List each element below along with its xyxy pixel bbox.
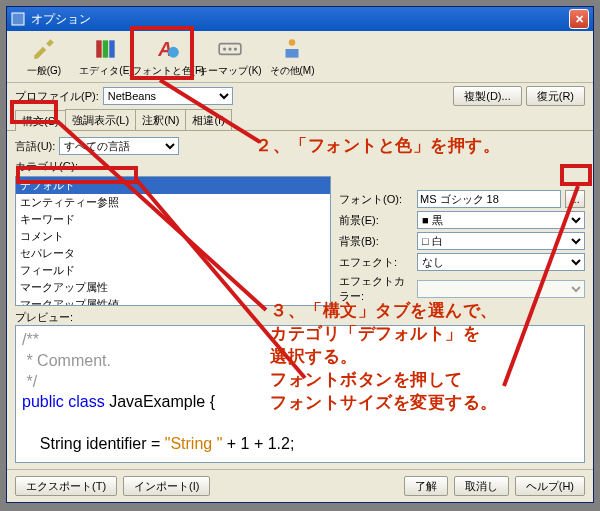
- duplicate-button[interactable]: 複製(D)...: [453, 86, 521, 106]
- toolbar-editor-label: エディタ(E): [79, 64, 132, 78]
- titlebar: オプション ✕: [7, 7, 593, 31]
- category-item-default[interactable]: デフォルト: [16, 177, 330, 194]
- effectcolor-select[interactable]: [417, 280, 585, 298]
- toolbar-editor[interactable]: エディタ(E): [75, 33, 137, 81]
- category-item[interactable]: セパレータ: [16, 245, 330, 262]
- svg-rect-3: [109, 40, 114, 57]
- effect-label: エフェクト:: [339, 255, 413, 270]
- keyboard-icon: [217, 36, 243, 62]
- toolbar-other-label: その他(M): [270, 64, 315, 78]
- toolbar-general-label: 一般(G): [27, 64, 61, 78]
- svg-point-5: [168, 46, 179, 57]
- toolbar-fontcolor[interactable]: A フォントと色(F): [137, 33, 199, 81]
- window-title: オプション: [31, 11, 91, 28]
- toolbar-fontcolor-label: フォントと色(F): [132, 64, 205, 78]
- toolbar-general[interactable]: 一般(G): [13, 33, 75, 81]
- category-item[interactable]: キーワード: [16, 211, 330, 228]
- profile-row: プロファイル(P): NetBeans 複製(D)... 復元(R): [7, 83, 593, 109]
- toolbar-other[interactable]: その他(M): [261, 33, 323, 81]
- category-item[interactable]: エンティティー参照: [16, 194, 330, 211]
- books-icon: [93, 36, 119, 62]
- profile-label: プロファイル(P):: [15, 89, 99, 104]
- effectcolor-label: エフェクトカラー:: [339, 274, 413, 304]
- foreground-select[interactable]: ■ 黒: [417, 211, 585, 229]
- category-list[interactable]: デフォルト エンティティー参照 キーワード コメント セパレータ フィールド マ…: [15, 176, 331, 306]
- tab-highlight[interactable]: 強調表示(L): [65, 109, 136, 130]
- language-select[interactable]: すべての言語: [59, 137, 179, 155]
- window-close-button[interactable]: ✕: [569, 9, 589, 29]
- language-label: 言語(U):: [15, 139, 55, 154]
- subtab-bar: 構文(S) 強調表示(L) 注釈(N) 相違(I): [7, 109, 593, 131]
- category-toolbar: 一般(G) エディタ(E) A フォントと色(F) キーマップ(K) その他(M…: [7, 31, 593, 83]
- effect-select[interactable]: なし: [417, 253, 585, 271]
- category-label: カテゴリ(G):: [15, 159, 585, 174]
- font-browse-button[interactable]: …: [565, 190, 585, 208]
- background-select[interactable]: □ 白: [417, 232, 585, 250]
- svg-rect-0: [12, 13, 24, 25]
- help-button[interactable]: ヘルプ(H): [515, 476, 585, 496]
- preview-area: /** * Comment. */ public class JavaExamp…: [15, 325, 585, 463]
- svg-point-7: [223, 47, 226, 50]
- background-label: 背景(B):: [339, 234, 413, 249]
- tab-syntax[interactable]: 構文(S): [15, 110, 66, 131]
- category-item[interactable]: コメント: [16, 228, 330, 245]
- preview-label: プレビュー:: [15, 310, 585, 325]
- cancel-button[interactable]: 取消し: [454, 476, 509, 496]
- dialog-footer: エクスポート(T) インポート(I) 了解 取消し ヘルプ(H): [7, 469, 593, 502]
- category-item[interactable]: マークアップ属性: [16, 279, 330, 296]
- wrench-icon: [31, 36, 57, 62]
- export-button[interactable]: エクスポート(T): [15, 476, 117, 496]
- font-field[interactable]: [417, 190, 561, 208]
- app-icon: [11, 12, 25, 26]
- restore-button[interactable]: 復元(R): [526, 86, 585, 106]
- svg-rect-1: [96, 40, 101, 57]
- profile-select[interactable]: NetBeans: [103, 87, 233, 105]
- syntax-panel: 言語(U): すべての言語 カテゴリ(G): デフォルト エンティティー参照 キ…: [7, 131, 593, 469]
- tab-diff[interactable]: 相違(I): [185, 109, 231, 130]
- foreground-label: 前景(E):: [339, 213, 413, 228]
- toolbar-keymap-label: キーマップ(K): [198, 64, 261, 78]
- category-item[interactable]: フィールド: [16, 262, 330, 279]
- toolbar-keymap[interactable]: キーマップ(K): [199, 33, 261, 81]
- tab-annotation[interactable]: 注釈(N): [135, 109, 186, 130]
- font-label: フォント(O):: [339, 192, 413, 207]
- svg-point-8: [228, 47, 231, 50]
- other-icon: [279, 36, 305, 62]
- svg-rect-11: [286, 49, 299, 58]
- font-color-icon: A: [155, 36, 181, 62]
- options-window: オプション ✕ 一般(G) エディタ(E) A フォントと色(F) キーマップ(…: [6, 6, 594, 503]
- svg-rect-2: [103, 40, 108, 57]
- category-item[interactable]: マークアップ属性値: [16, 296, 330, 306]
- ok-button[interactable]: 了解: [404, 476, 448, 496]
- svg-point-9: [234, 47, 237, 50]
- svg-point-10: [289, 39, 296, 46]
- import-button[interactable]: インポート(I): [123, 476, 210, 496]
